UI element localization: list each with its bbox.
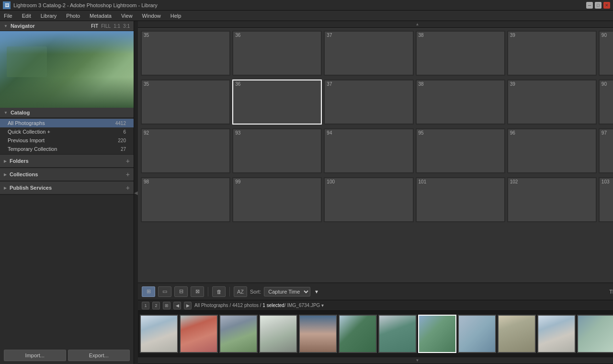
bottom-panel-arrow[interactable]: ▼ <box>138 357 613 364</box>
film-thumbnail[interactable] <box>378 315 417 353</box>
previous-import-label: Previous Import <box>8 137 118 143</box>
grid-cell[interactable]: 103 <box>599 177 613 222</box>
grid-cell[interactable]: 37 <box>324 80 413 125</box>
film-thumbnail[interactable] <box>458 315 496 353</box>
photo-thumbnail <box>417 80 504 124</box>
grid-cell[interactable]: 101 <box>416 177 505 222</box>
film-thumbnail[interactable] <box>180 315 218 353</box>
folders-header[interactable]: ▶ Folders + <box>0 155 134 168</box>
filmstrip-page-2[interactable]: 2 <box>152 302 160 309</box>
collections-header[interactable]: ▶ Collections + <box>0 168 134 181</box>
film-thumbnail[interactable] <box>498 315 536 353</box>
grid-cell[interactable]: 90 <box>599 80 613 125</box>
grid-cell[interactable]: 96 <box>507 128 597 173</box>
import-button[interactable]: Import... <box>4 350 66 361</box>
filmstrip-prev-button[interactable]: ◀ <box>173 302 181 309</box>
catalog-section: ▼ Catalog All Photographs 4412 Quick Col… <box>0 108 134 155</box>
menu-edit[interactable]: Edit <box>20 12 33 20</box>
grid-cell[interactable]: 39 <box>507 80 597 125</box>
export-button[interactable]: Export... <box>68 350 130 361</box>
publish-services-header[interactable]: ▶ Publish Services + <box>0 182 134 194</box>
grid-cell[interactable]: 35 <box>141 80 230 125</box>
menu-help[interactable]: Help <box>169 12 183 20</box>
film-thumbnail[interactable] <box>299 315 337 353</box>
minimize-button[interactable]: ─ <box>586 2 593 9</box>
file-dropdown-icon[interactable]: ▾ <box>321 303 324 308</box>
toolbar: ⊞ ▭ ⊟ ⊠ 🗑 AZ Sort: Capture Time ▾ Thumbn… <box>138 283 613 300</box>
grid-cell[interactable]: 99 <box>232 177 322 222</box>
loupe-view-button[interactable]: ▭ <box>158 286 171 297</box>
publish-services-triangle: ▶ <box>4 186 7 190</box>
title-bar: 🖼 Lightroom 3 Catalog-2 - Adobe Photosho… <box>0 0 613 11</box>
navigator-1to1[interactable]: 1:1 <box>114 23 120 29</box>
film-thumbnail[interactable] <box>259 315 297 353</box>
title-text: Lightroom 3 Catalog-2 - Adobe Photoshop … <box>13 2 158 8</box>
grid-cell[interactable]: 36 <box>232 31 322 76</box>
film-thumbnail[interactable] <box>339 315 377 353</box>
navigator-panel-header[interactable]: ▼ Navigator FIT FILL 1:1 3:1 <box>0 21 134 31</box>
grid-cell-selected[interactable]: 36 <box>232 80 322 125</box>
filmstrip-images <box>138 311 613 356</box>
catalog-all-photographs[interactable]: All Photographs 4412 <box>0 119 134 127</box>
grid-cell[interactable]: 94 <box>324 128 413 173</box>
filmstrip-grid-btn[interactable]: ⊞ <box>163 302 170 309</box>
sort-select[interactable]: Capture Time <box>264 287 310 296</box>
close-button[interactable]: ✕ <box>603 2 610 9</box>
navigator-3to1[interactable]: 3:1 <box>123 23 130 29</box>
left-panel-collapse-arrow[interactable]: ◀ <box>134 21 138 364</box>
menu-photo[interactable]: Photo <box>64 12 82 20</box>
grid-cell[interactable]: 100 <box>324 177 413 222</box>
film-thumbnail[interactable] <box>577 315 613 353</box>
film-thumb-image <box>300 316 336 352</box>
grid-cell[interactable]: 98 <box>141 177 230 222</box>
menu-view[interactable]: View <box>119 12 135 20</box>
catalog-previous-import[interactable]: Previous Import 220 <box>0 136 134 145</box>
film-thumb-image <box>379 316 416 352</box>
menu-window[interactable]: Window <box>140 12 163 20</box>
photo-thumbnail <box>508 178 596 221</box>
maximize-button[interactable]: □ <box>595 2 602 9</box>
catalog-temporary-collection[interactable]: Temporary Collection 27 <box>0 145 134 153</box>
grid-cell[interactable]: 38 <box>416 80 505 125</box>
grid-cell[interactable]: 92 <box>141 128 230 173</box>
collections-add-button[interactable]: + <box>126 171 130 178</box>
grid-cell[interactable]: 37 <box>324 31 413 76</box>
top-panel-arrow[interactable]: ▲ <box>138 21 613 28</box>
grid-cell[interactable]: 39 <box>507 31 597 76</box>
folders-add-button[interactable]: + <box>126 157 130 165</box>
survey-view-button[interactable]: ⊠ <box>191 286 204 297</box>
grid-cell[interactable]: 38 <box>416 31 505 76</box>
film-thumbnail[interactable] <box>140 315 178 353</box>
filmstrip-page-1[interactable]: 1 <box>142 302 149 309</box>
menu-metadata[interactable]: Metadata <box>88 12 114 20</box>
publish-services-add-button[interactable]: + <box>126 184 130 192</box>
catalog-items: All Photographs 4412 Quick Collection + … <box>0 118 134 154</box>
grid-cell[interactable]: 35 <box>141 31 230 76</box>
compare-view-button[interactable]: ⊟ <box>174 286 188 297</box>
grid-cell[interactable]: 97 <box>599 128 613 173</box>
catalog-header[interactable]: ▼ Catalog <box>0 108 134 118</box>
navigator-preview[interactable] <box>0 31 134 108</box>
delete-button[interactable]: 🗑 <box>212 286 226 297</box>
film-thumbnail[interactable] <box>537 315 576 353</box>
main-area: ▼ Navigator FIT FILL 1:1 3:1 ▼ Catalog <box>0 21 613 364</box>
grid-cell[interactable]: 93 <box>232 128 322 173</box>
menu-file[interactable]: File <box>2 12 14 20</box>
grid-cell[interactable]: 90 <box>599 31 613 76</box>
photo-grid[interactable]: 35 36 37 38 <box>138 28 613 283</box>
grid-view-button[interactable]: ⊞ <box>142 286 155 297</box>
sort-order-button[interactable]: AZ <box>234 286 247 297</box>
navigator-fit[interactable]: FIT <box>91 23 98 29</box>
grid-cell[interactable]: 102 <box>507 177 597 222</box>
film-thumbnail[interactable] <box>219 315 258 353</box>
quick-collection-count: 6 <box>123 129 126 135</box>
filmstrip-controls: 1 2 ⊞ ◀ ▶ All Photographs / 4412 photos … <box>138 300 613 311</box>
menu-library[interactable]: Library <box>39 12 59 20</box>
film-thumbnail-selected[interactable] <box>418 315 456 353</box>
grid-cell[interactable]: 95 <box>416 128 505 173</box>
filmstrip-next-button[interactable]: ▶ <box>184 302 192 309</box>
navigator-fill[interactable]: FILL <box>101 23 111 29</box>
catalog-quick-collection[interactable]: Quick Collection + 6 <box>0 127 134 136</box>
sort-direction-icon[interactable]: ▾ <box>315 288 318 295</box>
photo-thumbnail <box>233 32 321 75</box>
